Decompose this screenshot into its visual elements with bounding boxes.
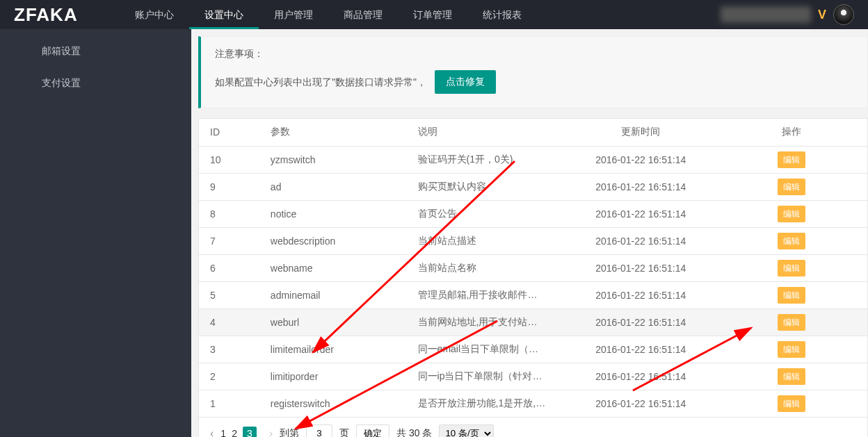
page-number[interactable]: 3 [243, 427, 257, 438]
edit-button[interactable]: 编辑 [778, 179, 805, 195]
cell-id: 1 [199, 390, 259, 417]
cell-desc: 同一ip当日下单限制（针对… [407, 363, 565, 390]
edit-button[interactable]: 编辑 [778, 206, 805, 222]
sidebar-item-1[interactable]: 支付设置 [0, 67, 191, 99]
sidebar: 邮箱设置支付设置 [0, 29, 191, 437]
edit-button[interactable]: 编辑 [778, 341, 805, 358]
table-row: 9ad购买页默认内容2016-01-22 16:51:14编辑 [199, 173, 867, 200]
nav-item-1[interactable]: 设置中心 [189, 0, 259, 29]
cell-ops: 编辑 [716, 390, 867, 417]
cell-time: 2016-01-22 16:51:14 [565, 390, 716, 417]
cell-param: adminemail [259, 281, 407, 308]
cell-desc: 验证码开关(1开，0关) [407, 146, 565, 173]
nav-item-4[interactable]: 订单管理 [398, 0, 467, 29]
cell-desc: 同一email当日下单限制（… [407, 336, 565, 363]
edit-button[interactable]: 编辑 [778, 151, 805, 168]
cell-param: registerswitch [259, 390, 407, 417]
edit-button[interactable]: 编辑 [778, 395, 805, 412]
th-desc: 说明 [407, 119, 565, 146]
notice-title: 注意事项： [215, 48, 853, 60]
cell-time: 2016-01-22 16:51:14 [565, 227, 716, 254]
config-table: ID 参数 说明 更新时间 操作 10yzmswitch验证码开关(1开，0关)… [199, 119, 867, 418]
page-number[interactable]: 2 [232, 428, 237, 438]
main-content: 注意事项： 如果配置中心列表中出现了"数据接口请求异常"， 点击修复 ID 参数… [191, 29, 868, 437]
nav-item-0[interactable]: 账户中心 [120, 0, 189, 29]
cell-desc: 购买页默认内容 [407, 173, 565, 200]
edit-button[interactable]: 编辑 [778, 287, 805, 304]
goto-confirm-button[interactable]: 确定 [356, 424, 389, 438]
cell-ops: 编辑 [716, 227, 867, 254]
cell-id: 4 [199, 308, 259, 336]
config-table-card: ID 参数 说明 更新时间 操作 10yzmswitch验证码开关(1开，0关)… [198, 118, 868, 437]
edit-button[interactable]: 编辑 [778, 260, 805, 277]
cell-time: 2016-01-22 16:51:14 [565, 336, 716, 363]
cell-id: 2 [199, 363, 259, 390]
cell-time: 2016-01-22 16:51:14 [565, 363, 716, 390]
top-nav: 账户中心设置中心用户管理商品管理订单管理统计报表 [120, 0, 537, 29]
sidebar-item-0[interactable]: 邮箱设置 [0, 35, 191, 67]
th-param: 参数 [259, 119, 407, 146]
notice-text: 如果配置中心列表中出现了"数据接口请求异常"， [215, 73, 426, 91]
cell-id: 10 [199, 146, 259, 173]
cell-param: yzmswitch [259, 146, 407, 173]
page-number[interactable]: 1 [220, 428, 226, 438]
table-row: 5adminemail管理员邮箱,用于接收邮件…2016-01-22 16:51… [199, 281, 867, 308]
cell-id: 7 [199, 227, 259, 254]
cell-time: 2016-01-22 16:51:14 [565, 308, 716, 336]
cell-desc: 首页公告 [407, 200, 565, 227]
cell-desc: 当前站点名称 [407, 254, 565, 281]
cell-time: 2016-01-22 16:51:14 [565, 254, 716, 281]
user-box: V [721, 4, 854, 25]
next-page-icon: › [269, 427, 273, 438]
logo: ZFAKA [14, 4, 78, 26]
cell-id: 3 [199, 336, 259, 363]
goto-label-a: 到第 [280, 427, 299, 438]
cell-ops: 编辑 [716, 336, 867, 363]
cell-id: 5 [199, 281, 259, 308]
table-row: 4weburl当前网站地址,用于支付站…2016-01-22 16:51:14编… [199, 308, 867, 336]
cell-param: limitemailorder [259, 336, 407, 363]
table-row: 10yzmswitch验证码开关(1开，0关)2016-01-22 16:51:… [199, 146, 867, 173]
th-id: ID [199, 119, 259, 146]
edit-button[interactable]: 编辑 [778, 314, 805, 331]
total-label: 共 30 条 [396, 427, 432, 438]
page-size-select[interactable]: 10 条/页 [439, 424, 494, 438]
avatar[interactable] [833, 4, 854, 25]
fix-button[interactable]: 点击修复 [435, 70, 496, 94]
cell-ops: 编辑 [716, 308, 867, 336]
cell-param: weburl [259, 308, 407, 336]
edit-button[interactable]: 编辑 [778, 233, 805, 249]
cell-time: 2016-01-22 16:51:14 [565, 200, 716, 227]
cell-ops: 编辑 [716, 200, 867, 227]
cell-param: webdescription [259, 227, 407, 254]
cell-desc: 当前站点描述 [407, 227, 565, 254]
cell-ops: 编辑 [716, 173, 867, 200]
cell-ops: 编辑 [716, 146, 867, 173]
cell-param: notice [259, 200, 407, 227]
cell-ops: 编辑 [716, 281, 867, 308]
cell-time: 2016-01-22 16:51:14 [565, 173, 716, 200]
goto-label-b: 页 [339, 427, 349, 438]
cell-desc: 当前网站地址,用于支付站… [407, 308, 565, 336]
cell-param: ad [259, 173, 407, 200]
table-row: 8notice首页公告2016-01-22 16:51:14编辑 [199, 200, 867, 227]
table-row: 7webdescription当前站点描述2016-01-22 16:51:14… [199, 227, 867, 254]
goto-page-input[interactable] [306, 424, 332, 438]
vip-badge: V [818, 8, 826, 22]
pagination: ‹ 123 › 到第 页 确定 共 30 条 10 条/页 [199, 418, 867, 438]
edit-button[interactable]: 编辑 [778, 368, 805, 385]
cell-desc: 管理员邮箱,用于接收邮件… [407, 281, 565, 308]
cell-id: 6 [199, 254, 259, 281]
nav-item-2[interactable]: 用户管理 [259, 0, 328, 29]
th-time: 更新时间 [565, 119, 716, 146]
username-blurred [721, 6, 811, 23]
cell-time: 2016-01-22 16:51:14 [565, 146, 716, 173]
nav-item-3[interactable]: 商品管理 [328, 0, 398, 29]
cell-id: 9 [199, 173, 259, 200]
th-ops: 操作 [716, 119, 867, 146]
cell-ops: 编辑 [716, 254, 867, 281]
nav-item-5[interactable]: 统计报表 [467, 0, 537, 29]
table-row: 1registerswitch是否开放注册功能,1是开放,…2016-01-22… [199, 390, 867, 417]
cell-ops: 编辑 [716, 363, 867, 390]
prev-page-icon[interactable]: ‹ [210, 427, 214, 438]
